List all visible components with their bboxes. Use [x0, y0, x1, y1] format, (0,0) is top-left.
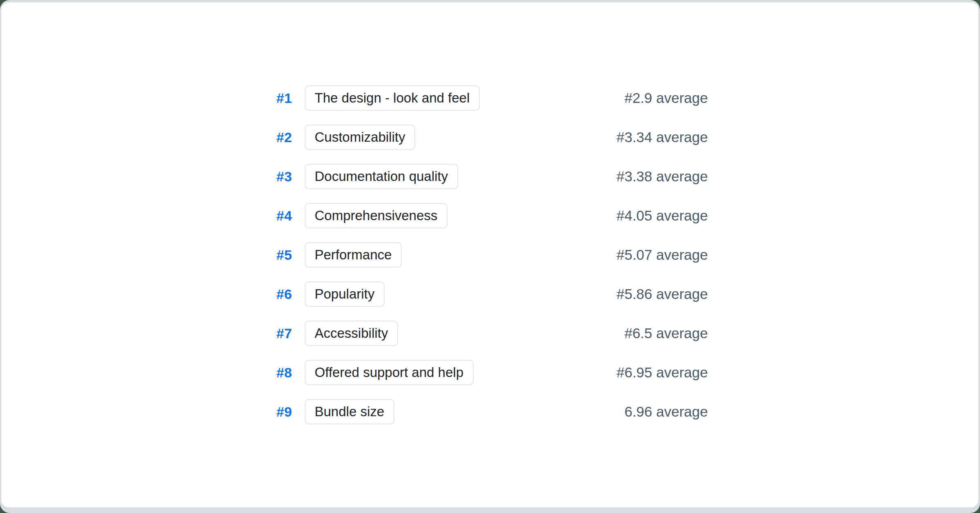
average-score: #3.38 average	[617, 168, 708, 185]
ranking-row: #9 Bundle size 6.96 average	[272, 392, 708, 431]
rank-number: #7	[272, 326, 292, 341]
option-chip: Performance	[305, 242, 402, 268]
option-label: The design - look and feel	[315, 90, 470, 106]
ranking-row: #4 Comprehensiveness #4.05 average	[272, 196, 708, 235]
option-label: Popularity	[315, 286, 375, 302]
ranking-list: #1 The design - look and feel #2.9 avera…	[1, 2, 978, 507]
option-chip: Popularity	[305, 281, 385, 307]
ranking-row: #5 Performance #5.07 average	[272, 235, 708, 274]
average-score: #4.05 average	[617, 207, 708, 224]
option-label: Accessibility	[315, 326, 388, 341]
option-label: Documentation quality	[315, 169, 448, 184]
ranking-row: #2 Customizability #3.34 average	[272, 118, 708, 157]
option-chip: Bundle size	[305, 399, 395, 424]
rank-number: #6	[272, 286, 292, 302]
average-score: #3.34 average	[617, 129, 708, 145]
screenshot-frame: #1 The design - look and feel #2.9 avera…	[0, 0, 980, 513]
ranking-row: #6 Popularity #5.86 average	[272, 274, 708, 314]
rank-number: #5	[272, 247, 292, 263]
average-score: 6.96 average	[624, 404, 708, 420]
ranking-row: #3 Documentation quality #3.38 average	[272, 157, 708, 196]
option-label: Performance	[315, 247, 392, 263]
option-chip: Accessibility	[305, 321, 399, 346]
ranking-row: #8 Offered support and help #6.95 averag…	[272, 353, 708, 392]
option-label: Bundle size	[315, 404, 385, 419]
average-score: #6.95 average	[617, 364, 708, 381]
option-label: Customizability	[315, 129, 405, 145]
results-card: #1 The design - look and feel #2.9 avera…	[1, 2, 978, 507]
rank-number: #1	[272, 90, 292, 106]
rank-number: #4	[272, 208, 292, 224]
ranking-row: #1 The design - look and feel #2.9 avera…	[272, 78, 708, 118]
ranking-row: #7 Accessibility #6.5 average	[272, 314, 708, 353]
option-chip: Documentation quality	[305, 164, 459, 189]
option-chip: The design - look and feel	[305, 85, 480, 111]
rank-number: #9	[272, 404, 292, 420]
option-chip: Offered support and help	[305, 360, 474, 385]
option-label: Comprehensiveness	[315, 208, 438, 223]
average-score: #2.9 average	[624, 90, 708, 106]
rank-number: #2	[272, 129, 292, 145]
average-score: #5.86 average	[617, 286, 708, 302]
rank-number: #8	[272, 365, 292, 381]
option-chip: Customizability	[305, 125, 416, 150]
option-chip: Comprehensiveness	[305, 203, 448, 228]
option-label: Offered support and help	[315, 365, 463, 380]
average-score: #6.5 average	[624, 325, 708, 341]
rank-number: #3	[272, 169, 292, 185]
average-score: #5.07 average	[617, 247, 708, 263]
